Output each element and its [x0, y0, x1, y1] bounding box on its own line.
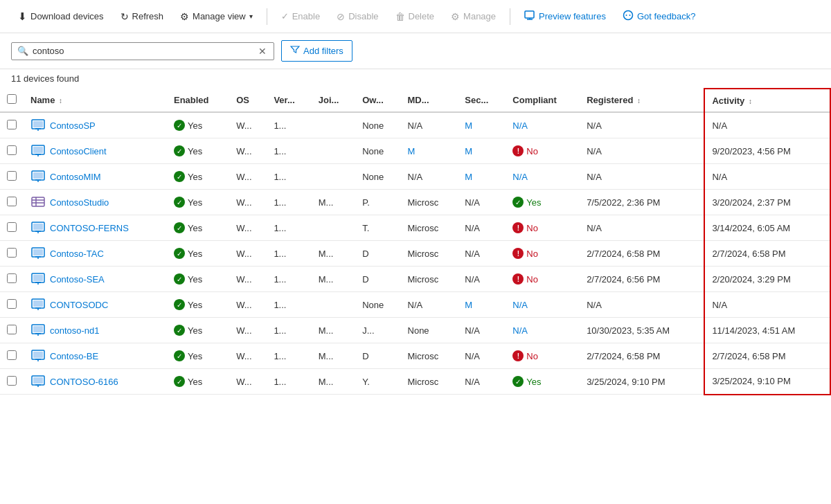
clear-search-button[interactable]: ✕ [257, 46, 268, 57]
activity-cell: 3/20/2024, 2:37 PM [704, 190, 830, 215]
enabled-text: Yes [188, 274, 202, 285]
device-name-cell: ContosoMIM [24, 164, 167, 190]
enabled-text: Yes [188, 223, 202, 233]
manage-view-button[interactable]: ⚙ Manage view ▾ [173, 7, 260, 26]
download-devices-button[interactable]: ⬇ Download devices [11, 6, 111, 27]
col-header-os: OS [229, 89, 267, 112]
row-checkbox-cell [0, 343, 24, 369]
os-cell: W... [229, 318, 267, 343]
sec-cell: N/A [458, 369, 506, 395]
md-cell: Microsc [401, 343, 458, 369]
device-name-link[interactable]: CONTOSODC [50, 300, 108, 310]
compliant-na-link[interactable]: N/A [512, 325, 528, 336]
enabled-text: Yes [188, 120, 202, 131]
preview-features-button[interactable]: Preview features [517, 6, 613, 27]
compliant-na-link[interactable]: N/A [512, 300, 528, 310]
row-checkbox[interactable] [7, 248, 17, 258]
delete-button[interactable]: 🗑 Delete [388, 7, 442, 26]
enabled-text: Yes [188, 377, 202, 387]
device-icon [30, 195, 46, 209]
table-row: ContosoClient✓YesW...1...NoneMM!NoN/A9/2… [0, 138, 830, 164]
row-checkbox[interactable] [7, 197, 17, 206]
os-cell: W... [229, 112, 267, 138]
gear-icon: ⚙ [180, 11, 189, 22]
sec-cell: M [458, 164, 506, 190]
sec-cell: M [458, 138, 506, 164]
row-checkbox[interactable] [7, 376, 17, 386]
device-name-cell: CONTOSODC [24, 292, 167, 318]
row-checkbox[interactable] [7, 325, 17, 334]
sec-cell: N/A [458, 318, 506, 343]
md-cell: Microsc [401, 241, 458, 267]
device-name-link[interactable]: ContosoClient [50, 146, 107, 156]
row-checkbox[interactable] [7, 145, 17, 155]
row-checkbox[interactable] [7, 350, 17, 360]
feedback-icon [623, 10, 634, 23]
enabled-cell: ✓Yes [167, 138, 229, 164]
add-filters-button[interactable]: Add filters [281, 40, 352, 62]
device-icon [30, 246, 46, 260]
ver-cell: 1... [267, 164, 311, 190]
enabled-check-icon: ✓ [174, 197, 185, 208]
refresh-button[interactable]: ↻ Refresh [114, 7, 171, 26]
svg-rect-15 [33, 172, 43, 179]
device-name-cell: CONTOSO-6166 [24, 369, 167, 395]
device-name-link[interactable]: CONTOSO-FERNS [50, 223, 129, 233]
refresh-label: Refresh [132, 11, 164, 21]
os-cell: W... [229, 190, 267, 215]
md-cell: N/A [401, 164, 458, 190]
row-checkbox[interactable] [7, 222, 17, 232]
ver-cell: 1... [267, 318, 311, 343]
results-count: 11 devices found [0, 69, 831, 88]
row-checkbox[interactable] [7, 171, 17, 181]
table-row: contoso-nd1✓YesW...1...M...J...NoneN/AN/… [0, 318, 830, 343]
device-name-link[interactable]: Contoso-BE [50, 351, 98, 361]
row-checkbox-cell [0, 267, 24, 292]
enable-button[interactable]: ✓ Enable [274, 7, 327, 26]
device-name-link[interactable]: CONTOSO-6166 [50, 377, 118, 387]
device-name-link[interactable]: ContosoMIM [50, 172, 101, 182]
add-filters-label: Add filters [303, 46, 343, 56]
os-cell: W... [229, 138, 267, 164]
own-cell: Y. [355, 369, 400, 395]
device-name-cell: Contoso-SEA [24, 267, 167, 292]
device-name-link[interactable]: ContosoStudio [50, 197, 109, 208]
row-checkbox-cell [0, 318, 24, 343]
registered-cell: 10/30/2023, 5:35 AM [580, 318, 704, 343]
table-row: CONTOSO-FERNS✓YesW...1...T.MicroscN/A!No… [0, 215, 830, 241]
device-name-link[interactable]: contoso-nd1 [50, 325, 100, 336]
table-row: CONTOSO-6166✓YesW...1...M...Y.MicroscN/A… [0, 369, 830, 395]
separator-1 [267, 8, 267, 25]
md-cell: N/A [401, 292, 458, 318]
device-name-link[interactable]: Contoso-SEA [50, 274, 105, 285]
registered-cell: N/A [580, 138, 704, 164]
col-header-ver: Ver... [267, 89, 311, 112]
activity-cell: 2/7/2024, 6:58 PM [704, 343, 830, 369]
search-input[interactable] [33, 46, 253, 56]
os-cell: W... [229, 241, 267, 267]
activity-cell: 3/14/2024, 6:05 AM [704, 215, 830, 241]
enabled-check-icon: ✓ [174, 350, 185, 361]
row-checkbox[interactable] [7, 120, 17, 129]
os-cell: W... [229, 267, 267, 292]
row-checkbox[interactable] [7, 273, 17, 283]
device-icon [30, 375, 46, 388]
md-cell: N/A [401, 112, 458, 138]
ver-cell: 1... [267, 369, 311, 395]
row-checkbox[interactable] [7, 299, 17, 309]
device-name-link[interactable]: ContosoSP [50, 120, 96, 131]
manage-button[interactable]: ⚙ Manage [444, 7, 503, 26]
activity-cell: 2/7/2024, 6:58 PM [704, 241, 830, 267]
devices-table-container: Name ↕ Enabled OS Ver... Joi... Ow... MD… [0, 88, 831, 395]
compliant-na-link[interactable]: N/A [512, 172, 528, 182]
device-name-link[interactable]: Contoso-TAC [50, 249, 104, 259]
compliant-na-link[interactable]: N/A [512, 120, 528, 131]
select-all-checkbox[interactable] [7, 94, 17, 104]
registered-cell: 2/7/2024, 6:56 PM [580, 267, 704, 292]
got-feedback-button[interactable]: Got feedback? [616, 6, 703, 27]
svg-rect-11 [33, 147, 43, 153]
enabled-cell: ✓Yes [167, 215, 229, 241]
disable-button[interactable]: ⊘ Disable [330, 7, 385, 26]
enabled-cell: ✓Yes [167, 343, 229, 369]
md-cell: Microsc [401, 369, 458, 395]
